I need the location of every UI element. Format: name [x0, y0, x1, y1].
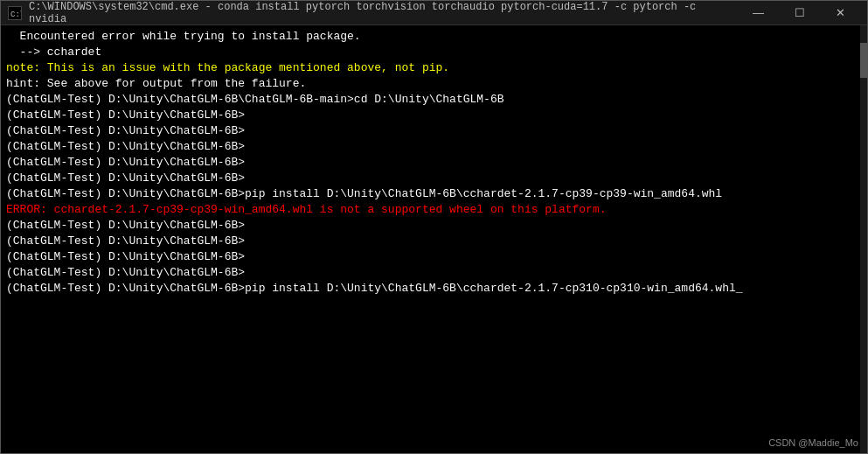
- title-bar-controls: — ☐ ✕: [739, 2, 860, 24]
- svg-text:C:\: C:\: [10, 10, 21, 19]
- cmd-icon: C:\: [8, 6, 22, 20]
- terminal-line: (ChatGLM-Test) D:\Unity\ChatGLM-6B>: [6, 108, 862, 123]
- title-bar: C:\ C:\WINDOWS\system32\cmd.exe - conda …: [1, 1, 867, 25]
- terminal-line: (ChatGLM-Test) D:\Unity\ChatGLM-6B\ChatG…: [6, 92, 862, 108]
- terminal-output: Encountered error while trying to instal…: [6, 29, 862, 297]
- terminal-line: ERROR: cchardet-2.1.7-cp39-cp39-win_amd6…: [6, 202, 862, 218]
- title-bar-left: C:\ C:\WINDOWS\system32\cmd.exe - conda …: [8, 1, 739, 25]
- minimize-button[interactable]: —: [739, 2, 778, 24]
- terminal-line: (ChatGLM-Test) D:\Unity\ChatGLM-6B>: [6, 171, 862, 186]
- terminal-line: (ChatGLM-Test) D:\Unity\ChatGLM-6B>pip i…: [6, 281, 862, 297]
- terminal-body[interactable]: Encountered error while trying to instal…: [1, 25, 867, 453]
- terminal-line: (ChatGLM-Test) D:\Unity\ChatGLM-6B>: [6, 234, 862, 249]
- terminal-line: --> cchardet: [6, 45, 862, 60]
- scrollbar[interactable]: [860, 25, 867, 453]
- terminal-line: note: This is an issue with the package …: [6, 60, 862, 76]
- title-bar-text: C:\WINDOWS\system32\cmd.exe - conda inst…: [29, 1, 739, 25]
- terminal-line: (ChatGLM-Test) D:\Unity\ChatGLM-6B>pip i…: [6, 186, 862, 202]
- terminal-line: (ChatGLM-Test) D:\Unity\ChatGLM-6B>: [6, 123, 862, 139]
- close-button[interactable]: ✕: [821, 2, 860, 24]
- terminal-line: (ChatGLM-Test) D:\Unity\ChatGLM-6B>: [6, 265, 862, 281]
- maximize-button[interactable]: ☐: [780, 2, 819, 24]
- watermark: CSDN @Maddie_Mo: [768, 437, 858, 448]
- terminal-line: (ChatGLM-Test) D:\Unity\ChatGLM-6B>: [6, 249, 862, 265]
- terminal-line: (ChatGLM-Test) D:\Unity\ChatGLM-6B>: [6, 139, 862, 155]
- scrollbar-thumb[interactable]: [860, 43, 867, 78]
- terminal-line: (ChatGLM-Test) D:\Unity\ChatGLM-6B>: [6, 155, 862, 171]
- terminal-line: Encountered error while trying to instal…: [6, 29, 862, 45]
- cmd-window: C:\ C:\WINDOWS\system32\cmd.exe - conda …: [0, 0, 868, 454]
- terminal-line: (ChatGLM-Test) D:\Unity\ChatGLM-6B>: [6, 218, 862, 234]
- terminal-line: hint: See above for output from the fail…: [6, 76, 862, 92]
